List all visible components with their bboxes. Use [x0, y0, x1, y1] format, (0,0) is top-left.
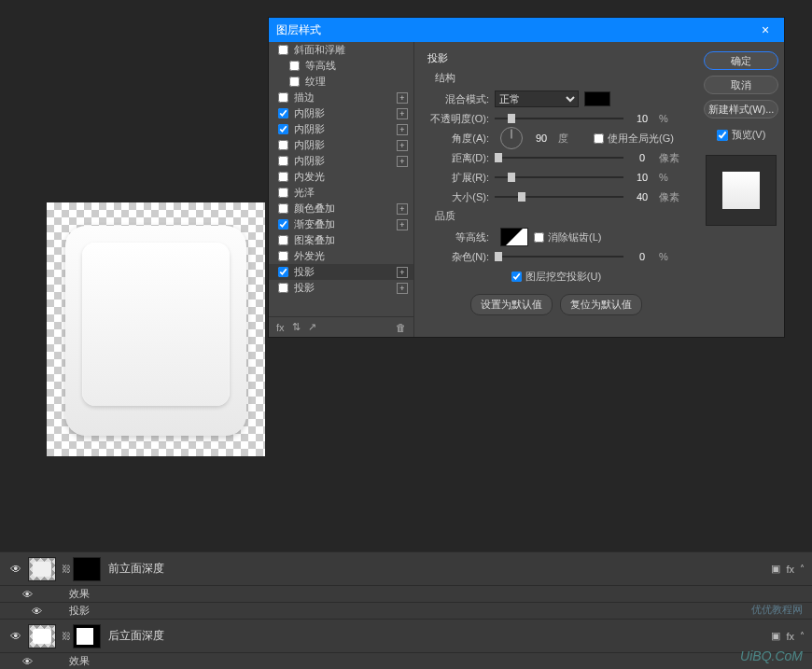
effect-row[interactable]: 描边+ — [269, 90, 413, 105]
visibility-icon[interactable]: 👁 — [7, 563, 24, 576]
antialias-checkbox[interactable] — [534, 232, 544, 243]
layer-effect-item[interactable]: 👁 投影 — [0, 602, 812, 619]
layer-row[interactable]: 👁 ⛓ 前立面深度 ▣ fx ˄ — [0, 551, 812, 585]
effect-checkbox[interactable] — [278, 251, 288, 261]
distance-value[interactable]: 0 — [629, 152, 655, 163]
effect-row[interactable]: 纹理 — [269, 74, 413, 90]
fx-badge[interactable]: fx — [786, 564, 794, 575]
blend-mode-select[interactable]: 正常 — [495, 91, 579, 107]
effect-row[interactable]: 内发光 — [269, 169, 413, 185]
effects-list[interactable]: 斜面和浮雕等高线纹理描边+内阴影+内阴影+内阴影+内阴影+内发光光泽颜色叠加+渐… — [269, 42, 413, 316]
effect-row[interactable]: 内阴影+ — [269, 137, 413, 153]
add-style-icon[interactable]: ▣ — [771, 563, 780, 575]
effect-checkbox[interactable] — [289, 77, 300, 87]
effect-checkbox[interactable] — [278, 124, 288, 134]
effect-checkbox[interactable] — [278, 283, 288, 293]
quality-title: 品质 — [435, 209, 685, 223]
close-icon[interactable]: × — [754, 22, 777, 37]
effect-checkbox[interactable] — [278, 172, 288, 182]
add-effect-icon[interactable]: + — [397, 283, 408, 294]
new-style-button[interactable]: 新建样式(W)... — [704, 100, 778, 118]
effect-row[interactable]: 斜面和浮雕 — [269, 42, 413, 58]
add-style-icon[interactable]: ▣ — [771, 630, 780, 642]
effects-footer: fx ⇅ ↗ 🗑 — [269, 316, 413, 337]
effect-checkbox[interactable] — [278, 267, 288, 277]
cancel-button[interactable]: 取消 — [704, 76, 778, 94]
contour-swatch[interactable] — [500, 228, 528, 246]
layer-effects-row[interactable]: 👁 效果 — [0, 652, 812, 669]
add-effect-icon[interactable]: + — [397, 203, 408, 215]
preview-checkbox[interactable] — [717, 130, 728, 141]
layer-thumbnail[interactable] — [28, 624, 56, 648]
effect-row[interactable]: 光泽 — [269, 185, 413, 201]
dialog-titlebar[interactable]: 图层样式 × — [269, 18, 784, 42]
add-effect-icon[interactable]: + — [397, 156, 408, 167]
add-effect-icon[interactable]: + — [397, 267, 408, 278]
effect-checkbox[interactable] — [278, 156, 288, 166]
layer-effects-row[interactable]: 👁 效果 — [0, 585, 812, 602]
effect-row[interactable]: 内阴影+ — [269, 105, 413, 121]
effect-row[interactable]: 外发光 — [269, 248, 413, 264]
add-effect-icon[interactable]: + — [397, 92, 408, 104]
layer-name[interactable]: 后立面深度 — [108, 628, 771, 644]
chevron-up-icon[interactable]: ˄ — [800, 564, 805, 574]
chevron-up-icon[interactable]: ˄ — [800, 631, 805, 641]
fx-badge[interactable]: fx — [786, 631, 794, 642]
effect-checkbox[interactable] — [278, 203, 288, 214]
arrow-up-down-icon[interactable]: ⇅ — [292, 321, 301, 333]
opacity-slider[interactable] — [495, 114, 623, 123]
effects-label: 效果 — [69, 654, 90, 668]
effect-checkbox[interactable] — [278, 45, 288, 55]
effect-checkbox[interactable] — [278, 219, 288, 230]
effect-row[interactable]: 渐变叠加+ — [269, 216, 413, 232]
visibility-icon[interactable]: 👁 — [7, 630, 24, 643]
size-slider[interactable] — [495, 192, 623, 202]
effect-checkbox[interactable] — [278, 140, 288, 150]
effect-checkbox[interactable] — [278, 188, 288, 198]
effect-label: 光泽 — [294, 186, 315, 200]
add-effect-icon[interactable]: + — [397, 124, 408, 135]
effect-checkbox[interactable] — [278, 235, 288, 245]
add-effect-icon[interactable]: + — [397, 108, 408, 119]
visibility-icon[interactable]: 👁 — [19, 656, 35, 667]
trash-icon[interactable]: 🗑 — [396, 322, 406, 333]
layer-name[interactable]: 前立面深度 — [108, 561, 771, 577]
layer-row[interactable]: 👁 ⛓ 后立面深度 ▣ fx ˄ — [0, 619, 812, 652]
make-default-button[interactable]: 设置为默认值 — [470, 294, 553, 315]
effect-row[interactable]: 等高线 — [269, 58, 413, 74]
add-icon[interactable]: ↗ — [308, 321, 316, 333]
shadow-color-swatch[interactable] — [584, 91, 610, 106]
mask-thumbnail[interactable] — [73, 557, 101, 581]
effect-checkbox[interactable] — [289, 61, 300, 71]
mask-thumbnail[interactable] — [73, 624, 101, 648]
reset-default-button[interactable]: 复位为默认值 — [560, 294, 642, 315]
noise-slider[interactable] — [495, 252, 623, 261]
size-value[interactable]: 40 — [629, 191, 655, 202]
knockout-checkbox[interactable] — [511, 272, 522, 282]
effect-row[interactable]: 投影+ — [269, 280, 413, 296]
effect-checkbox[interactable] — [278, 92, 288, 103]
effect-row[interactable]: 内阴影+ — [269, 153, 413, 169]
angle-value[interactable]: 90 — [528, 132, 554, 144]
distance-slider[interactable] — [495, 153, 623, 162]
knockout-label: 图层挖空投影(U) — [525, 270, 601, 284]
effect-row[interactable]: 投影+ — [269, 264, 413, 280]
document-canvas[interactable] — [47, 202, 265, 456]
effect-row[interactable]: 内阴影+ — [269, 121, 413, 137]
visibility-icon[interactable]: 👁 — [19, 589, 35, 600]
effect-label: 图案叠加 — [294, 233, 335, 247]
opacity-value[interactable]: 10 — [629, 113, 655, 124]
effect-row[interactable]: 颜色叠加+ — [269, 201, 413, 216]
noise-value[interactable]: 0 — [629, 251, 655, 262]
add-effect-icon[interactable]: + — [397, 140, 408, 151]
layer-thumbnail[interactable] — [28, 557, 56, 581]
spread-value[interactable]: 10 — [629, 172, 655, 183]
angle-dial[interactable] — [500, 127, 523, 149]
ok-button[interactable]: 确定 — [704, 51, 778, 70]
add-effect-icon[interactable]: + — [397, 219, 408, 230]
global-light-checkbox[interactable] — [594, 133, 604, 144]
spread-slider[interactable] — [495, 173, 623, 182]
effect-row[interactable]: 图案叠加 — [269, 232, 413, 248]
effect-checkbox[interactable] — [278, 108, 288, 118]
visibility-icon[interactable]: 👁 — [28, 606, 45, 617]
